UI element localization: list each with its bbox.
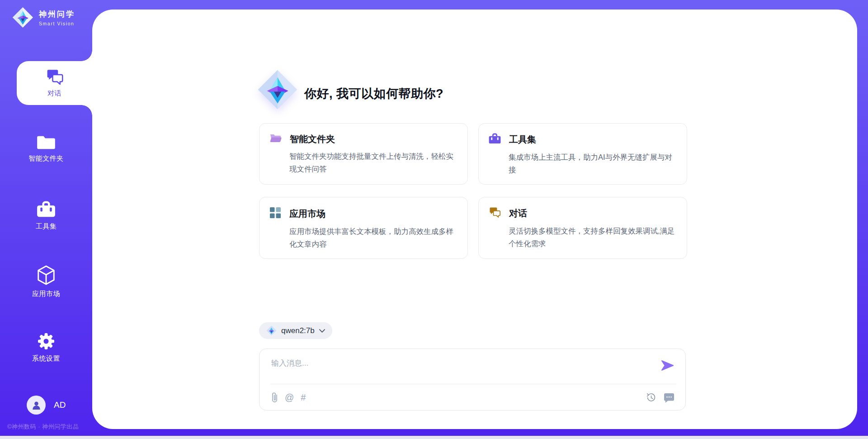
greeting-title: 你好, 我可以如何帮助你? <box>304 86 443 102</box>
sidebar-item-settings[interactable]: 系统设置 <box>0 332 92 363</box>
message-composer: @ # <box>259 348 686 410</box>
sidebar-item-label: 系统设置 <box>32 354 60 363</box>
sidebar-item-label: 对话 <box>47 89 61 98</box>
main-content-panel: 你好, 我可以如何帮助你? 智能文件夹 智能文件夹功能支持批量文件上传与清洗，轻… <box>92 10 857 429</box>
brand-logo: 神州问学 Smart Vision <box>12 7 75 28</box>
person-avatar-icon <box>27 396 46 415</box>
card-title: 智能文件夹 <box>290 133 335 145</box>
copyright-text: ©神州数码 · 神州问学出品 <box>7 423 79 431</box>
tab-fillet-bottom <box>81 105 92 116</box>
send-icon[interactable] <box>661 360 674 372</box>
card-description: 智能文件夹功能支持批量文件上传与清洗，轻松实现文件问答 <box>289 150 456 175</box>
feature-card-toolset[interactable]: 工具集 集成市场上主流工具，助力AI与外界无缝扩展与对接 <box>478 123 687 185</box>
model-selector[interactable]: qwen2:7b <box>259 322 332 339</box>
paperclip-icon[interactable] <box>271 392 278 403</box>
toolbox-icon <box>489 133 501 146</box>
chat-bubbles-icon <box>46 69 64 86</box>
sidebar-item-label: 智能文件夹 <box>28 154 64 163</box>
user-name: AD <box>54 400 66 410</box>
brand-tagline: Smart Vision <box>39 21 75 26</box>
open-folder-icon <box>269 133 282 145</box>
folder-icon <box>37 135 56 150</box>
at-icon[interactable]: @ <box>285 392 294 402</box>
diamond-logo-icon <box>266 325 277 336</box>
bottom-edge-strip <box>0 436 868 439</box>
sidebar-item-label: 工具集 <box>36 222 57 231</box>
sidebar-item-toolset[interactable]: 工具集 <box>0 201 92 231</box>
card-description: 应用市场提供丰富长文本模板，助力高效生成多样化文章内容 <box>289 225 456 250</box>
grid-icon <box>269 207 281 220</box>
brand-name: 神州问学 <box>39 9 75 19</box>
feature-cards-grid: 智能文件夹 智能文件夹功能支持批量文件上传与清洗，轻松实现文件问答 工具集 <box>259 123 687 259</box>
history-icon[interactable] <box>646 392 656 403</box>
message-input[interactable] <box>271 358 651 381</box>
sidebar-item-app-market[interactable]: 应用市场 <box>0 265 92 298</box>
chat-bubbles-icon <box>489 207 501 220</box>
diamond-logo-icon <box>12 7 33 28</box>
model-name: qwen2:7b <box>281 326 315 335</box>
app-root: 你好, 我可以如何帮助你? 智能文件夹 智能文件夹功能支持批量文件上传与清洗，轻… <box>0 0 868 439</box>
card-title: 对话 <box>509 207 527 220</box>
sidebar-item-chat[interactable]: 对话 <box>17 61 92 105</box>
card-title: 应用市场 <box>289 208 326 220</box>
card-description: 灵活切换多模型文件，支持多样回复效果调试,满足个性化需求 <box>509 224 675 250</box>
card-title: 工具集 <box>509 134 536 146</box>
user-profile[interactable]: AD <box>27 396 66 415</box>
composer-divider <box>270 384 676 384</box>
feature-card-chat[interactable]: 对话 灵活切换多模型文件，支持多样回复效果调试,满足个性化需求 <box>478 197 687 259</box>
hash-icon[interactable]: # <box>301 392 306 402</box>
cube-icon <box>37 265 55 286</box>
toolbox-icon <box>37 201 56 218</box>
sidebar-item-smart-folder[interactable]: 智能文件夹 <box>0 135 92 163</box>
diamond-logo-icon <box>257 69 298 112</box>
feature-card-app-market[interactable]: 应用市场 应用市场提供丰富长文本模板，助力高效生成多样化文章内容 <box>259 197 468 259</box>
card-description: 集成市场上主流工具，助力AI与外界无缝扩展与对接 <box>509 151 675 176</box>
comment-icon[interactable] <box>664 393 675 403</box>
chevron-down-icon <box>319 329 325 333</box>
sidebar-item-label: 应用市场 <box>32 290 60 298</box>
gear-icon <box>37 332 55 350</box>
tab-fillet-top <box>81 50 92 61</box>
feature-card-smart-folder[interactable]: 智能文件夹 智能文件夹功能支持批量文件上传与清洗，轻松实现文件问答 <box>259 123 468 185</box>
